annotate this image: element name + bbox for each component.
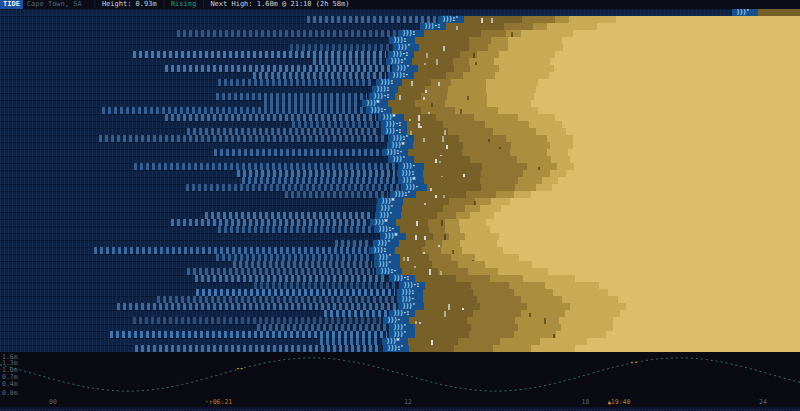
wet-sand-band <box>506 135 547 142</box>
wet-sand-band <box>536 128 566 135</box>
x-axis-tick-label: 12 <box>404 398 412 406</box>
wet-sand-band <box>400 261 432 268</box>
wet-sand-band <box>421 107 455 114</box>
wet-sand-band <box>533 23 547 30</box>
wet-sand-band <box>487 100 531 107</box>
water <box>0 37 389 44</box>
water-streak <box>102 107 364 114</box>
scene-row: )))·: <box>0 93 800 100</box>
water-streak <box>134 163 396 170</box>
wet-sand-band <box>515 317 559 324</box>
wet-sand-band <box>431 79 451 86</box>
tide-chart: 1.6m1.3m1.0m0.7m0.4m0.0m00121824☀↑06:21↓… <box>0 352 800 407</box>
wet-sand-band <box>443 121 485 128</box>
water-streak <box>290 44 391 51</box>
wet-sand-band <box>407 128 448 135</box>
tide-curve <box>0 358 800 391</box>
foam-glyph: ' <box>389 211 392 219</box>
water-streak <box>94 247 367 254</box>
foam-glyph: ' <box>403 330 406 338</box>
wet-sand-band <box>396 219 428 226</box>
water <box>0 86 372 93</box>
wet-sand-band <box>446 23 504 30</box>
header-bar: TIDE Cape Town, SA │ Height: 0.93m │ Ris… <box>0 0 800 9</box>
wet-sand-band <box>414 135 459 142</box>
scene-row: )))' <box>0 212 800 219</box>
water <box>0 142 387 149</box>
wet-sand-band <box>429 226 445 233</box>
wet-sand-band <box>511 142 550 149</box>
scene-row: )))' <box>0 261 800 268</box>
wet-sand-band <box>527 163 557 170</box>
scene-row: ))): <box>0 79 800 86</box>
water <box>0 233 380 240</box>
scene-row: )))·: <box>0 275 800 282</box>
wet-sand-band <box>518 177 542 184</box>
wet-sand-band <box>424 177 480 184</box>
wet-sand-band <box>463 142 511 149</box>
wet-sand-band <box>445 100 487 107</box>
wet-sand-band <box>460 240 497 247</box>
wet-sand-band <box>400 226 429 233</box>
wet-sand-band <box>469 331 514 338</box>
water-streak <box>187 268 374 275</box>
wet-sand-band <box>466 191 496 198</box>
wet-sand-band <box>413 142 463 149</box>
wet-sand-band <box>459 219 486 226</box>
wet-sand-band <box>487 93 534 100</box>
wet-sand-band <box>486 79 538 86</box>
wet-sand-band <box>480 205 501 212</box>
water-streak <box>177 30 396 37</box>
water-streak <box>254 282 397 289</box>
wet-sand-band <box>414 51 460 58</box>
wet-sand-band <box>514 191 531 198</box>
wet-sand-band <box>433 233 449 240</box>
wet-sand-band <box>527 303 570 310</box>
wet-sand-band <box>531 345 575 352</box>
wet-sand-band <box>392 107 421 114</box>
wet-sand-band <box>445 226 460 233</box>
wet-sand-band <box>506 30 521 37</box>
wet-sand-band <box>451 79 486 86</box>
scene-row: )))* <box>0 198 800 205</box>
wet-sand-band <box>480 177 518 184</box>
water-streak <box>233 261 372 268</box>
water-streak <box>253 72 386 79</box>
wet-sand-band <box>415 37 469 44</box>
wet-sand-band <box>556 331 606 338</box>
scene-row: ))):· <box>0 72 800 79</box>
wet-sand-band <box>388 100 415 107</box>
wet-sand-band <box>522 16 555 23</box>
wet-sand-band <box>565 310 620 317</box>
wet-sand-band <box>425 86 448 93</box>
foam-glyph: :· <box>402 71 408 79</box>
wet-sand-band <box>474 114 518 121</box>
wet-sand-band <box>463 72 495 79</box>
scene-row: )))* <box>0 177 800 184</box>
water <box>0 205 376 212</box>
wet-sand-band <box>437 212 456 219</box>
foam-glyph: ·: <box>434 22 440 30</box>
wet-sand-band <box>518 324 561 331</box>
wet-sand-band <box>493 128 536 135</box>
scene-row: ))): <box>0 86 800 93</box>
wet-sand-band <box>547 135 573 142</box>
tide-trend-label: Rising <box>171 0 196 9</box>
water-streak <box>135 345 381 352</box>
wet-sand-band <box>415 275 456 282</box>
wet-sand-band <box>486 86 536 93</box>
wet-sand-band <box>540 338 587 345</box>
wet-sand-band <box>408 149 462 156</box>
foam-glyph: ' <box>387 239 390 247</box>
wet-sand-band <box>514 331 556 338</box>
wet-sand-band <box>515 184 536 191</box>
water-streak <box>196 289 395 296</box>
water-streak <box>313 58 384 65</box>
wet-sand-band <box>471 324 518 331</box>
scene-row: ))): <box>0 170 800 177</box>
wet-sand-band <box>449 198 475 205</box>
water-streak <box>99 135 386 142</box>
water-streak <box>218 226 372 233</box>
water-streak <box>187 128 379 135</box>
wet-sand-band <box>545 282 599 289</box>
